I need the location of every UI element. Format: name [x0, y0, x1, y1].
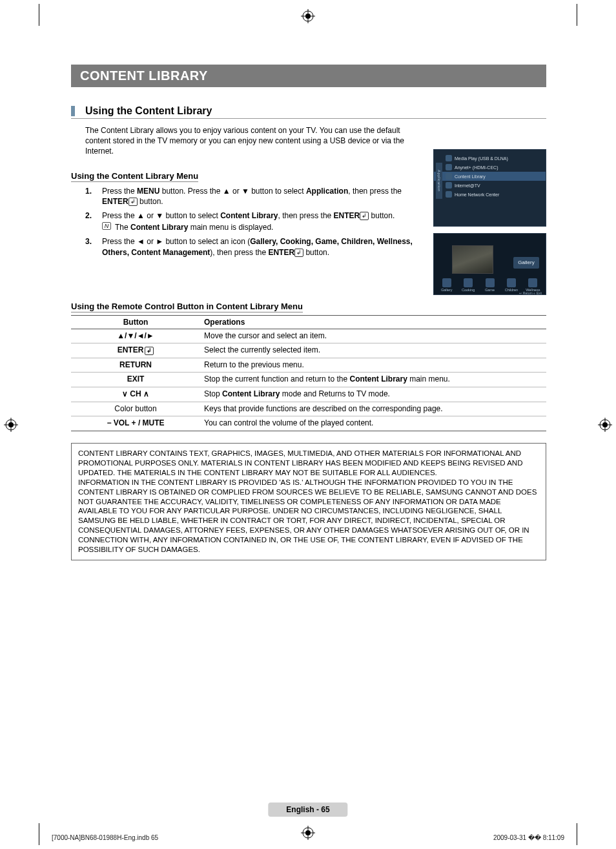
step-body: Press the MENU button. Press the ▲ or ▼ … [102, 186, 417, 207]
table-cell-operation: Stop the current function and return to … [200, 373, 546, 387]
table-row: EXITStop the current function and return… [71, 373, 546, 387]
category-label: Cooking [458, 288, 478, 292]
table-row: ▲/▼/◄/►Move the cursor and select an ite… [71, 329, 546, 343]
screenshot2-icon: Game [480, 278, 500, 292]
screenshot2-badge: Gallery [513, 257, 539, 269]
table-cell-button: ∨ CH ∧ [71, 387, 200, 402]
footer-filename: [7000-NA]BN68-01988H-Eng.indb 65 [52, 834, 158, 841]
menu-item-icon [446, 182, 452, 189]
category-icon [486, 278, 495, 287]
table-cell-operation: Move the cursor and select an item. [200, 329, 546, 343]
screenshot1-side-tab: Application [436, 163, 442, 199]
menu-item-label: Anynet+ (HDMI-CEC) [455, 165, 498, 170]
footer-meta: [7000-NA]BN68-01988H-Eng.indb 65 2009-03… [52, 834, 564, 841]
menu-item-label: Home Network Center [455, 192, 499, 197]
table-cell-operation: You can control the volume of the played… [200, 416, 546, 431]
screenshot-content-library: Gallery GalleryCookingGameChildrenWellne… [433, 233, 546, 295]
table-cell-operation: Return to the previous menu. [200, 358, 546, 373]
screenshot1-menu-item: Content Library [434, 172, 546, 181]
table-cell-button: − VOL + / MUTE [71, 416, 200, 431]
category-label: Children [501, 288, 521, 292]
remote-buttons-table: Button Operations ▲/▼/◄/►Move the cursor… [71, 315, 546, 431]
screenshot2-preview [452, 245, 493, 274]
category-icon [464, 278, 473, 287]
screenshot2-icon: Children [501, 278, 521, 292]
step-number: 1. [85, 186, 96, 207]
menu-item-label: Content Library [455, 174, 486, 179]
table-row: Color buttonKeys that provide functions … [71, 402, 546, 416]
table-row: − VOL + / MUTEYou can control the volume… [71, 416, 546, 431]
disclaimer-box: CONTENT LIBRARY CONTAINS TEXT, GRAPHICS,… [71, 443, 546, 560]
crop-mark [39, 823, 39, 845]
menu-item-icon [446, 164, 452, 170]
crop-mark [577, 823, 577, 845]
enter-icon: ↲ [360, 212, 369, 220]
disclaimer-paragraph: INFORMATION IN THE CONTENT LIBRARY IS PR… [78, 478, 539, 555]
screenshot1-menu-item: Anynet+ (HDMI-CEC) [434, 163, 546, 172]
screenshot2-icon: Cooking [458, 278, 478, 292]
step-item: 1.Press the MENU button. Press the ▲ or … [85, 186, 417, 207]
table-cell-button: EXIT [71, 373, 200, 387]
step-number: 2. [85, 210, 96, 232]
table-row: ENTER↲Select the currently selected item… [71, 343, 546, 358]
screenshot1-menu-item: Home Network Center [434, 190, 546, 199]
enter-icon: ↲ [145, 347, 154, 355]
registration-mark-left [4, 418, 18, 432]
step-number: 3. [85, 236, 96, 257]
step-note: NThe Content Library main menu is displa… [102, 222, 395, 232]
table-row: RETURNReturn to the previous menu. [71, 358, 546, 373]
crop-mark [39, 4, 39, 26]
menu-item-label: Media Play (USB & DLNA) [455, 156, 508, 161]
table-cell-button: ▲/▼/◄/► [71, 329, 200, 343]
step-body: Press the ◄ or ► button to select an ico… [102, 236, 417, 257]
screenshot-application-menu: Application Media Play (USB & DLNA)Anyne… [433, 149, 546, 227]
menu-item-icon [446, 173, 452, 179]
screenshot2-footer: ↩ Return ⎆ Exit [519, 291, 542, 295]
table-cell-button: Color button [71, 402, 200, 416]
registration-mark-top [301, 9, 315, 23]
screenshot2-icon: Gallery [436, 278, 457, 292]
table-head-operations: Operations [200, 315, 546, 329]
crop-mark [577, 4, 577, 26]
step-item: 3.Press the ◄ or ► button to select an i… [85, 236, 417, 257]
menu-item-icon [446, 155, 452, 161]
chapter-title: CONTENT LIBRARY [71, 65, 546, 87]
subheading-menu: Using the Content Library Menu [71, 171, 198, 182]
table-cell-operation: Select the currently selected item. [200, 343, 546, 358]
screenshot1-menu-item: Media Play (USB & DLNA) [434, 154, 546, 163]
category-icon [528, 278, 537, 287]
screenshot-column: Application Media Play (USB & DLNA)Anyne… [433, 149, 546, 302]
category-label: Game [480, 288, 500, 292]
page-number: English - 65 [268, 803, 347, 817]
disclaimer-paragraph: CONTENT LIBRARY CONTAINS TEXT, GRAPHICS,… [78, 449, 539, 478]
step-body: Press the ▲ or ▼ button to select Conten… [102, 210, 395, 232]
screenshot1-menu-item: Internet@TV [434, 181, 546, 190]
category-icon [442, 278, 451, 287]
screenshot2-icon: Wellness [523, 278, 543, 292]
category-label: Gallery [436, 288, 457, 292]
step-item: 2.Press the ▲ or ▼ button to select Cont… [85, 210, 417, 232]
menu-item-icon [446, 191, 452, 198]
category-icon [507, 278, 516, 287]
enter-icon: ↲ [294, 249, 303, 257]
subheading-remote: Using the Remote Control Button in Conte… [71, 302, 303, 312]
table-head-button: Button [71, 315, 200, 329]
note-icon: N [102, 222, 111, 230]
footer-timestamp: 2009-03-31 �� 8:11:09 [493, 834, 564, 841]
section-heading: Using the Content Library [71, 105, 546, 119]
table-cell-operation: Keys that provide functions are describe… [200, 402, 546, 416]
enter-icon: ↲ [128, 198, 138, 206]
table-cell-button: ENTER↲ [71, 343, 200, 358]
registration-mark-right [598, 418, 612, 432]
table-cell-operation: Stop Content Library mode and Returns to… [200, 387, 546, 402]
table-row: ∨ CH ∧Stop Content Library mode and Retu… [71, 387, 546, 402]
page-content: CONTENT LIBRARY Using the Content Librar… [71, 65, 546, 817]
table-cell-button: RETURN [71, 358, 200, 373]
menu-item-label: Internet@TV [455, 183, 480, 188]
